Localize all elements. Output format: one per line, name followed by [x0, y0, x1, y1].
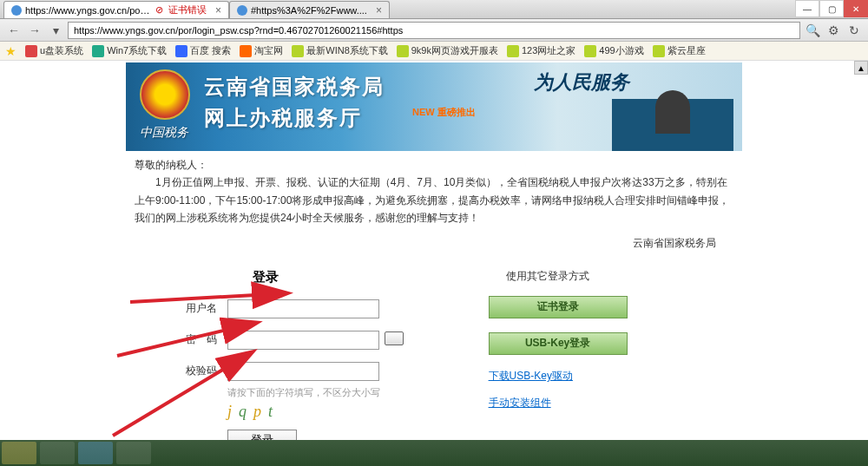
virtual-keyboard-icon[interactable] — [385, 331, 404, 345]
cert-error-label: 证书错误 — [168, 3, 207, 16]
bookmark-icon — [92, 45, 104, 57]
settings-icon[interactable]: ⚙ — [825, 22, 842, 39]
alt-login-panel: 使用其它登录方式 证书登录 USB-Key登录 下载USB-Key驱动 手动安装… — [471, 269, 742, 440]
notice-body: 1月份正值网上申报、开票、报税、认证的大征期（4月、7月、10月类似），全省国税… — [135, 174, 733, 226]
bookmark-icon — [653, 45, 665, 57]
watermark-text: 系统之家 — [779, 411, 859, 435]
banner-title-line2: 网上办税服务厅 — [204, 104, 385, 132]
page-content: ▲ 中国税务 云南省国家税务局 网上办税服务厅 NEW 重磅推出 为人民服务 尊… — [0, 61, 868, 440]
tab-close-icon[interactable]: × — [215, 4, 221, 16]
tax-emblem-icon — [140, 69, 190, 120]
bookmark-item[interactable]: 123网址之家 — [507, 44, 575, 57]
download-usbkey-driver-link[interactable]: 下载USB-Key驱动 — [489, 369, 742, 384]
refresh-icon[interactable]: ↻ — [845, 22, 863, 39]
address-input[interactable] — [68, 22, 800, 39]
browser-tab-active[interactable]: https://www.yngs.gov.cn/por/login_psw.cs… — [3, 1, 229, 18]
login-area: 登录 用户名 密 码 校验码 请按下面的字符填写，不区分大小写 jqpt 登录 … — [126, 269, 742, 440]
banner-person-graphic — [655, 90, 690, 134]
bookmark-label: 499小游戏 — [599, 44, 643, 57]
bookmark-item[interactable]: 百度 搜索 — [175, 44, 231, 57]
bookmark-label: 9k9k网页游戏开服表 — [411, 44, 498, 57]
watermark: 系统之家 — [746, 411, 859, 435]
captcha-label: 校验码 — [178, 364, 217, 378]
nav-back[interactable]: ← — [5, 22, 23, 39]
cert-error-icon: ⊘ — [155, 4, 163, 16]
taskbar-item[interactable] — [40, 442, 75, 464]
bookmark-icon — [584, 45, 596, 57]
bookmark-icon — [397, 45, 409, 57]
login-title: 登录 — [253, 269, 471, 286]
alt-login-title: 使用其它登录方式 — [506, 269, 742, 284]
username-label: 用户名 — [178, 301, 217, 316]
captcha-char: q — [239, 403, 253, 420]
bookmark-label: 最新WIN8系统下载 — [306, 44, 388, 57]
bookmark-item[interactable]: 9k9k网页游戏开服表 — [397, 44, 498, 57]
favorites-star-icon[interactable]: ★ — [5, 44, 16, 58]
bookmark-item[interactable]: 紫云星座 — [653, 44, 706, 57]
password-input[interactable] — [227, 331, 379, 350]
nav-forward[interactable]: → — [26, 22, 43, 39]
banner-calligraphy: 为人民服务 — [534, 69, 629, 95]
notice-greeting: 尊敬的纳税人： — [135, 156, 733, 174]
taskbar-item[interactable] — [116, 442, 151, 464]
usbkey-login-button[interactable]: USB-Key登录 — [489, 332, 628, 355]
scroll-up-icon[interactable]: ▲ — [854, 61, 868, 75]
window-minimize[interactable]: — — [795, 0, 819, 17]
taskbar — [0, 440, 868, 466]
captcha-input[interactable] — [227, 362, 379, 381]
window-maximize[interactable]: ▢ — [819, 0, 844, 17]
bookmark-icon — [292, 45, 304, 57]
notice-block: 尊敬的纳税人： 1月份正值网上申报、开票、报税、认证的大征期（4月、7月、10月… — [126, 156, 742, 252]
bookmark-item[interactable]: 499小游戏 — [584, 44, 643, 57]
tab-close-icon[interactable]: × — [376, 4, 382, 16]
watermark-house-icon — [746, 413, 773, 434]
cert-login-button[interactable]: 证书登录 — [489, 296, 628, 318]
captcha-char: p — [253, 403, 268, 420]
window-close[interactable]: ✕ — [844, 0, 868, 17]
bookmark-label: 紫云星座 — [667, 44, 706, 57]
bookmark-label: u盘装系统 — [40, 44, 83, 57]
bookmark-label: 123网址之家 — [522, 44, 575, 57]
bookmark-label: 百度 搜索 — [190, 44, 231, 57]
bookmark-icon — [240, 45, 252, 57]
captcha-hint: 请按下面的字符填写，不区分大小写 — [227, 386, 471, 399]
site-banner: 中国税务 云南省国家税务局 网上办税服务厅 NEW 重磅推出 为人民服务 — [126, 62, 742, 151]
taskbar-item[interactable] — [2, 442, 36, 464]
lock-icon — [11, 5, 22, 16]
banner-title-block: 云南省国家税务局 网上办税服务厅 — [204, 73, 385, 132]
bookmark-bar: ★ u盘装系统 Win7系统下载 百度 搜索 淘宝网 最新WIN8系统下载 9k… — [0, 42, 868, 61]
browser-tab-strip: https://www.yngs.gov.cn/por/login_psw.cs… — [0, 0, 868, 19]
banner-highlight: NEW 重磅推出 — [412, 106, 476, 119]
manual-install-link[interactable]: 手动安装组件 — [489, 396, 742, 410]
captcha-char: j — [227, 403, 239, 420]
browser-nav-bar: ← → ▾ 🔍 ⚙ ↻ — [0, 19, 868, 42]
password-label: 密 码 — [178, 332, 217, 347]
bookmark-icon — [25, 45, 37, 57]
search-icon[interactable]: 🔍 — [804, 22, 821, 39]
bookmark-item[interactable]: 淘宝网 — [240, 44, 283, 57]
captcha-char: t — [268, 403, 279, 420]
bookmark-item[interactable]: Win7系统下载 — [92, 44, 167, 57]
bookmark-item[interactable]: u盘装系统 — [25, 44, 83, 57]
login-submit-button[interactable]: 登录 — [227, 430, 297, 440]
ie-icon — [237, 5, 247, 16]
captcha-image[interactable]: jqpt — [227, 403, 471, 421]
taskbar-item[interactable] — [78, 442, 113, 464]
bookmark-label: 淘宝网 — [254, 44, 283, 57]
nav-dropdown-icon[interactable]: ▾ — [47, 22, 64, 39]
bookmark-icon — [507, 45, 519, 57]
browser-tab-inactive[interactable]: #https%3A%2F%2Fwww.... × — [229, 1, 390, 18]
login-form: 登录 用户名 密 码 校验码 请按下面的字符填写，不区分大小写 jqpt 登录 — [126, 269, 471, 440]
banner-title-line1: 云南省国家税务局 — [204, 73, 385, 101]
tab-text: #https%3A%2F%2Fwww.... — [251, 5, 367, 16]
notice-signature: 云南省国家税务局 — [135, 234, 733, 252]
emblem-subtitle: 中国税务 — [140, 125, 188, 141]
bookmark-label: Win7系统下载 — [107, 44, 167, 57]
bookmark-icon — [175, 45, 187, 57]
username-input[interactable] — [227, 299, 379, 318]
bookmark-item[interactable]: 最新WIN8系统下载 — [292, 44, 388, 57]
window-controls: — ▢ ✕ — [795, 0, 868, 17]
tab-url-text: https://www.yngs.gov.cn/por/login_psw.cs… — [25, 5, 150, 16]
